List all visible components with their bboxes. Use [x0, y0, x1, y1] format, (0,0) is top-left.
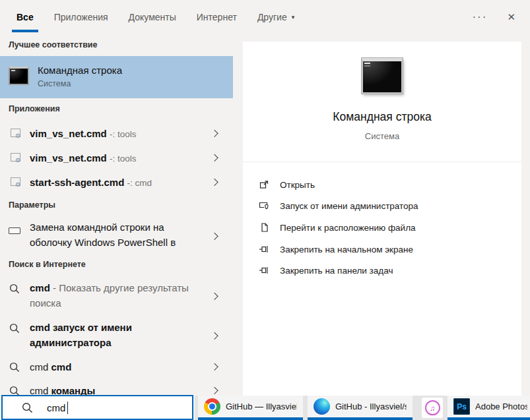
chevron-right-icon[interactable] [211, 332, 218, 340]
action-pin-to-start[interactable]: Закрепить на начальном экране [259, 239, 413, 259]
web-suggestion: - Показать другие результаты поиска [30, 282, 189, 309]
section-header-apps: Приложения [9, 104, 60, 113]
taskbar-item-photoshop[interactable]: Ps Adobe Photosh... [447, 396, 530, 420]
batch-file-icon [11, 129, 20, 137]
search-icon [22, 402, 33, 413]
taskbar-item-label: Adobe Photosh... [475, 402, 527, 411]
search-icon [9, 362, 20, 373]
preview-subtitle: Система [243, 131, 521, 141]
web-search-row[interactable]: cmd запуск от имени администратора [0, 317, 233, 355]
web-query: cmd запуск от имени администратора [30, 322, 132, 348]
section-header-settings: Параметры [9, 200, 55, 210]
section-header-best-match: Лучшее соответствие [9, 40, 97, 49]
app-result-text: vim_vs_net.cmd -: tools [30, 121, 136, 146]
tab-documents[interactable]: Документы [129, 0, 176, 34]
search-box[interactable] [1, 395, 193, 420]
action-open[interactable]: Открыть [259, 175, 315, 195]
web-search-text: cmd cmd [30, 355, 71, 379]
action-label: Запуск от имени администратора [280, 201, 418, 211]
divider [243, 162, 521, 162]
chrome-icon [204, 398, 220, 415]
chevron-right-icon[interactable] [211, 387, 218, 394]
chevron-right-icon[interactable] [211, 363, 218, 371]
app-result-row[interactable]: vim_vs_net.cmd -: tools [0, 121, 233, 146]
edge-icon [314, 398, 330, 415]
web-search-row[interactable]: cmd cmd [0, 355, 233, 379]
more-options-icon[interactable]: ··· [472, 14, 487, 20]
web-query: cmd [30, 361, 51, 373]
settings-display-icon [9, 227, 20, 234]
app-result-suffix: -: cmd [127, 178, 152, 188]
tab-more-filters-label: Другие [257, 12, 287, 22]
taskbar-item-itunes[interactable]: ♫ [422, 398, 443, 418]
web-search-row[interactable]: cmd - Показать другие результаты поиска [0, 278, 233, 316]
taskbar-item-label: GitHub - Illyasviel/s... [335, 402, 407, 411]
taskbar-item-chrome[interactable]: GitHub — Illyasviel... [198, 396, 303, 420]
web-search-text: cmd запуск от имени администратора [30, 320, 172, 350]
search-icon [9, 284, 20, 294]
web-query: cmd [30, 282, 50, 293]
chevron-down-icon: ▾ [292, 14, 295, 20]
preview-title: Командная строка [243, 110, 521, 124]
search-icon [9, 323, 20, 334]
search-flyout: Все Приложения Документы Интернет Другие… [0, 0, 530, 420]
taskbar-item-edge[interactable]: GitHub - Illyasviel/s... [308, 396, 413, 420]
app-result-row[interactable]: start-ssh-agent.cmd -: cmd [0, 170, 233, 195]
action-label: Закрепить на начальном экране [280, 245, 413, 255]
app-result-name: start-ssh-agent.cmd [30, 177, 124, 188]
settings-result-line1: Замена командной строки на [30, 220, 176, 235]
settings-result-line2: оболочку Windows PowerShell в [30, 235, 176, 250]
open-window-icon [259, 179, 269, 190]
photoshop-icon: Ps [453, 398, 470, 415]
text-cursor [67, 402, 68, 414]
tab-apps[interactable]: Приложения [54, 0, 108, 34]
chevron-right-icon[interactable] [211, 178, 218, 185]
batch-file-icon [11, 177, 20, 186]
pin-icon [259, 244, 269, 255]
web-search-text: cmd - Показать другие результаты поиска [30, 280, 201, 311]
section-header-web-search: Поиск в Интернете [9, 260, 86, 269]
batch-file-icon [11, 153, 20, 162]
best-match-title: Командная строка [38, 65, 122, 76]
chevron-right-icon[interactable] [211, 293, 218, 300]
tab-more-filters[interactable]: Другие ▾ [257, 0, 294, 34]
settings-result-row[interactable]: Замена командной строки на оболочку Wind… [0, 218, 233, 256]
topbar-actions: ··· ✕ [472, 0, 515, 34]
app-result-name: vim_vs_net.cmd [30, 128, 107, 139]
taskbar-item-label: GitHub — Illyasviel... [226, 402, 297, 411]
action-open-file-location[interactable]: Перейти к расположению файла [259, 218, 416, 237]
file-location-icon [259, 222, 269, 233]
action-run-as-admin[interactable]: Запуск от имени администратора [259, 196, 418, 216]
taskbar: GitHub — Illyasviel... GitHub - Illyasvi… [195, 396, 530, 420]
settings-result-text: Замена командной строки на оболочку Wind… [30, 220, 176, 250]
app-result-text: vim_vs_net.cmd -: tools [30, 146, 136, 171]
web-suggestion: cmd [51, 361, 72, 373]
cmd-icon [9, 67, 29, 85]
search-filter-tabs: Все Приложения Документы Интернет Другие… [0, 0, 530, 34]
chevron-right-icon[interactable] [211, 154, 218, 161]
app-result-suffix: -: tools [110, 129, 137, 139]
tab-all[interactable]: Все [17, 0, 34, 34]
preview-panel: Командная строка Система Открыть Запуск … [243, 42, 521, 420]
app-result-row[interactable]: vim_vs_net.cmd -: tools [0, 146, 233, 170]
best-match-item[interactable]: Командная строка Система [0, 56, 233, 98]
action-label: Перейти к расположению файла [280, 223, 416, 233]
action-label: Закрепить на панели задач [280, 266, 393, 276]
app-result-suffix: -: tools [110, 154, 137, 164]
search-input[interactable] [47, 402, 146, 413]
chevron-right-icon[interactable] [211, 233, 218, 240]
itunes-icon: ♫ [425, 400, 440, 415]
chevron-right-icon[interactable] [211, 129, 218, 136]
app-result-text: start-ssh-agent.cmd -: cmd [30, 170, 152, 195]
best-match-subtitle: Система [38, 79, 71, 88]
tab-web[interactable]: Интернет [197, 0, 237, 34]
cmd-icon-large [362, 58, 403, 94]
action-pin-to-taskbar[interactable]: Закрепить на панели задач [259, 260, 393, 280]
close-icon[interactable]: ✕ [507, 11, 515, 23]
app-result-name: vim_vs_net.cmd [30, 152, 107, 164]
admin-shield-icon [259, 200, 269, 211]
pin-icon [259, 265, 269, 276]
action-label: Открыть [280, 180, 315, 190]
